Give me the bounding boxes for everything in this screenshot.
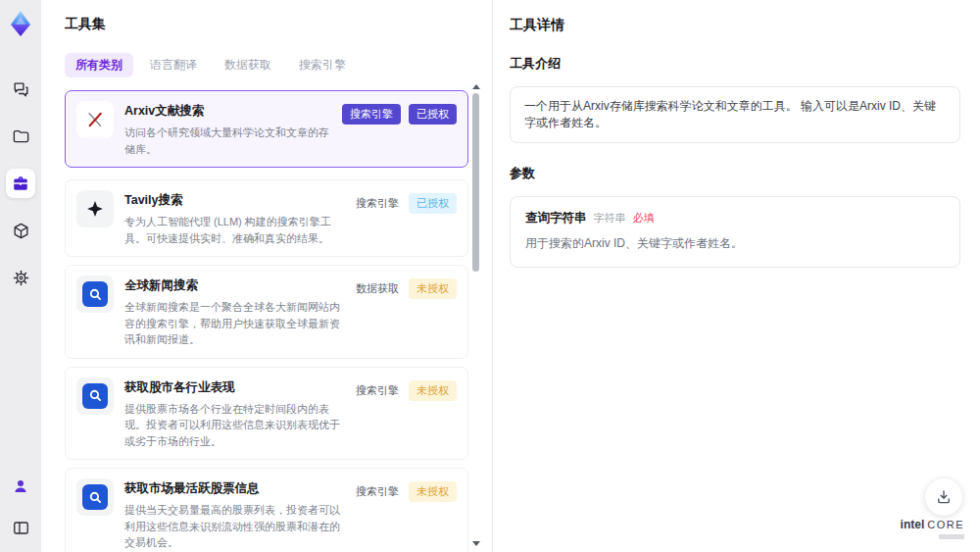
auth-status-badge: 已授权 bbox=[409, 193, 457, 214]
brand-intel-text: intel bbox=[901, 518, 925, 531]
news-search-logo-icon bbox=[76, 478, 114, 516]
tool-card-arxiv[interactable]: Arxiv文献搜索 访问各个研究领域大量科学论文和文章的存储库。 搜索引擎 已授… bbox=[65, 90, 468, 168]
tool-description: 访问各个研究领域大量科学论文和文章的存储库。 bbox=[124, 125, 331, 157]
category-badge: 搜索引擎 bbox=[354, 193, 401, 214]
sidebar-item-tools[interactable] bbox=[6, 169, 35, 198]
rail-bottom bbox=[6, 472, 35, 542]
scroll-up-icon[interactable] bbox=[472, 84, 480, 89]
gear-icon bbox=[12, 269, 30, 287]
download-icon bbox=[935, 488, 953, 506]
category-badge: 搜索引擎 bbox=[354, 481, 401, 502]
chat-icon bbox=[12, 80, 30, 99]
tool-intro-text: 一个用于从Arxiv存储库搜索科学论文和文章的工具。 输入可以是Arxiv ID… bbox=[510, 86, 960, 143]
rail-nav bbox=[6, 75, 35, 292]
param-type: 字符串 bbox=[594, 211, 626, 226]
brand-badge-bar bbox=[939, 534, 964, 539]
category-badge: 搜索引擎 bbox=[354, 380, 401, 401]
detail-title: 工具详情 bbox=[510, 17, 960, 34]
params-heading: 参数 bbox=[510, 165, 960, 182]
param-required-flag: 必填 bbox=[633, 211, 655, 226]
sidebar-item-profile[interactable] bbox=[6, 472, 35, 501]
tool-title: 获取股市各行业表现 bbox=[124, 379, 343, 396]
tool-title: Tavily搜索 bbox=[124, 192, 343, 209]
tool-card-tavily[interactable]: Tavily搜索 专为人工智能代理 (LLM) 构建的搜索引擎工具。可快速提供实… bbox=[65, 179, 468, 257]
scrollbar-thumb[interactable] bbox=[472, 93, 479, 272]
cube-icon bbox=[12, 222, 30, 240]
category-badge: 搜索引擎 bbox=[342, 104, 401, 125]
sidebar-item-collapse-panel[interactable] bbox=[6, 513, 35, 542]
app-logo-icon bbox=[5, 8, 36, 39]
tavily-logo-icon bbox=[76, 190, 114, 227]
arxiv-logo-icon bbox=[76, 101, 114, 138]
tool-title: 获取市场最活跃股票信息 bbox=[124, 480, 343, 497]
main-area: 工具集 所有类别 语言翻译 数据获取 搜索引擎 A bbox=[41, 0, 980, 552]
tab-search-engine[interactable]: 搜索引擎 bbox=[288, 53, 357, 77]
param-description: 用于搜索的Arxiv ID、关键字或作者姓名。 bbox=[525, 235, 945, 252]
sidebar-item-settings[interactable] bbox=[6, 263, 35, 292]
tool-list-pane: 工具集 所有类别 语言翻译 数据获取 搜索引擎 A bbox=[41, 0, 492, 552]
tab-language-translation[interactable]: 语言翻译 bbox=[139, 53, 208, 77]
tab-all-categories[interactable]: 所有类别 bbox=[65, 53, 133, 77]
tab-data-fetch[interactable]: 数据获取 bbox=[214, 53, 282, 77]
tool-detail-pane: 工具详情 工具介绍 一个用于从Arxiv存储库搜索科学论文和文章的工具。 输入可… bbox=[493, 0, 980, 552]
param-card: 查询字符串 字符串 必填 用于搜索的Arxiv ID、关键字或作者姓名。 bbox=[510, 196, 960, 268]
tool-card-active-stocks[interactable]: 获取市场最活跃股票信息 提供当天交易量最高的股票列表，投资者可以利用这些信息来识… bbox=[65, 468, 468, 552]
list-scrollbar[interactable] bbox=[471, 84, 480, 546]
briefcase-icon bbox=[12, 175, 29, 192]
page-title: 工具集 bbox=[65, 16, 492, 33]
tool-card-sector-performance[interactable]: 获取股市各行业表现 提供股票市场各个行业在特定时间段内的表现。投资者可以利用这些… bbox=[65, 367, 468, 461]
tool-description: 全球新闻搜索是一个聚合全球各大新闻网站内容的搜索引擎，帮助用户快速获取全球最新资… bbox=[124, 299, 343, 348]
download-button[interactable] bbox=[925, 478, 962, 516]
scroll-down-icon[interactable] bbox=[472, 541, 480, 546]
panel-icon bbox=[12, 519, 30, 537]
category-tabs: 所有类别 语言翻译 数据获取 搜索引擎 bbox=[65, 53, 492, 77]
news-search-logo-icon bbox=[76, 276, 114, 313]
brand-core-text: CORE bbox=[927, 519, 964, 530]
tool-description: 提供股票市场各个行业在特定时间段内的表现。投资者可以利用这些信息来识别表现优于或… bbox=[124, 401, 343, 450]
auth-status-badge: 未授权 bbox=[409, 380, 457, 401]
category-badge: 数据获取 bbox=[354, 278, 401, 299]
left-rail bbox=[0, 0, 41, 552]
user-icon bbox=[12, 477, 29, 495]
tool-cards: Arxiv文献搜索 访问各个研究领域大量科学论文和文章的存储库。 搜索引擎 已授… bbox=[65, 90, 468, 552]
param-name: 查询字符串 bbox=[525, 210, 587, 226]
tool-title: 全球新闻搜索 bbox=[124, 277, 343, 294]
app-window: 工具集 所有类别 语言翻译 数据获取 搜索引擎 A bbox=[0, 0, 980, 552]
news-search-logo-icon bbox=[76, 377, 114, 415]
intel-core-logo: intelCORE bbox=[901, 519, 964, 539]
intro-heading: 工具介绍 bbox=[510, 55, 960, 73]
sidebar-item-packages[interactable] bbox=[6, 216, 35, 245]
tool-description: 专为人工智能代理 (LLM) 构建的搜索引擎工具。可快速提供实时、准确和真实的结… bbox=[124, 214, 343, 246]
sidebar-item-files[interactable] bbox=[6, 122, 35, 151]
folder-icon bbox=[12, 127, 30, 146]
sidebar-item-chat[interactable] bbox=[6, 75, 35, 104]
tool-title: Arxiv文献搜索 bbox=[124, 103, 331, 120]
tool-card-global-news[interactable]: 全球新闻搜索 全球新闻搜索是一个聚合全球各大新闻网站内容的搜索引擎，帮助用户快速… bbox=[65, 265, 468, 359]
auth-status-badge: 未授权 bbox=[409, 481, 457, 502]
tool-description: 提供当天交易量最高的股票列表，投资者可以利用这些信息来识别流动性强的股票和潜在的… bbox=[124, 502, 343, 551]
auth-status-badge: 已授权 bbox=[409, 104, 457, 125]
auth-status-badge: 未授权 bbox=[409, 278, 457, 299]
